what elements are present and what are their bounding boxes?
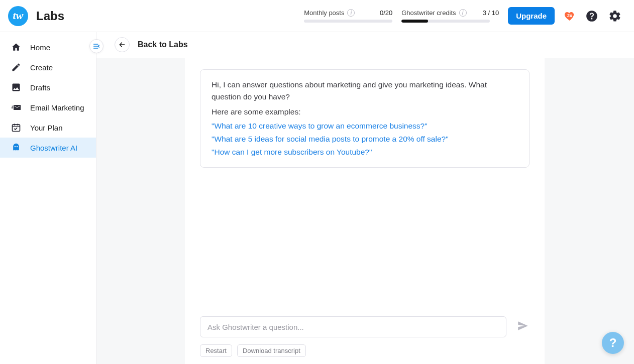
help-fab[interactable]: ?: [602, 332, 624, 354]
sidebar-item-drafts[interactable]: Drafts: [0, 77, 96, 97]
assistant-intro-text: Hi, I can answer questions about marketi…: [212, 79, 518, 103]
chat-panel: Hi, I can answer questions about marketi…: [185, 58, 545, 364]
logo-icon: [8, 6, 28, 26]
info-icon[interactable]: i: [347, 9, 355, 17]
ghostwriter-credits-bar: [401, 20, 490, 23]
sidebar-item-label: Your Plan: [30, 124, 63, 132]
composer: Restart Download transcript: [185, 307, 545, 364]
examples-label: Here are some examples:: [212, 106, 518, 118]
example-prompt-link[interactable]: "What are 5 ideas for social media posts…: [212, 133, 518, 145]
gear-icon[interactable]: [608, 9, 622, 23]
example-prompt-link[interactable]: "How can I get more subscribers on Youtu…: [212, 146, 518, 158]
ghost-icon: [11, 143, 21, 153]
monthly-posts-label: Monthly posts: [304, 9, 344, 17]
monthly-posts-meter: Monthly posts i 0/20: [304, 9, 392, 23]
example-prompt-link[interactable]: "What are 10 creative ways to grow an ec…: [212, 120, 518, 132]
download-transcript-button[interactable]: Download transcript: [237, 344, 306, 357]
image-icon: [11, 82, 21, 92]
restart-button[interactable]: Restart: [200, 344, 232, 357]
sidebar-item-label: Email Marketing: [30, 103, 84, 112]
app-header: Labs Monthly posts i 0/20 Ghostwriter cr…: [0, 0, 634, 32]
sidebar-item-email-marketing[interactable]: Email Marketing: [0, 97, 96, 117]
content: Back to Labs Hi, I can answer questions …: [96, 32, 634, 364]
boost-icon[interactable]: 2x: [564, 10, 576, 22]
sidebar-item-create[interactable]: Create: [0, 57, 96, 77]
mail-send-icon: [11, 102, 21, 112]
sidebar-item-label: Drafts: [30, 83, 50, 92]
composer-input[interactable]: [200, 316, 506, 337]
send-icon[interactable]: [516, 319, 530, 334]
monthly-posts-bar: [304, 20, 392, 23]
sidebar: Home Create Drafts Email Marketing Your …: [0, 32, 96, 364]
home-icon: [11, 42, 21, 52]
ghostwriter-credits-value: 3 / 10: [470, 9, 499, 17]
help-icon: ?: [609, 336, 617, 350]
back-label: Back to Labs: [138, 40, 188, 49]
svg-text:2x: 2x: [567, 13, 572, 18]
sidebar-item-label: Create: [30, 63, 53, 72]
pencil-icon: [11, 62, 21, 72]
sidebar-collapse-button[interactable]: [89, 39, 103, 53]
sidebar-item-home[interactable]: Home: [0, 37, 96, 57]
ghostwriter-credits-meter: Ghostwriter credits i 3 / 10: [401, 9, 499, 23]
upgrade-button[interactable]: Upgrade: [508, 7, 555, 25]
ghostwriter-credits-label: Ghostwriter credits: [401, 9, 456, 17]
help-icon[interactable]: [585, 9, 599, 23]
assistant-message: Hi, I can answer questions about marketi…: [200, 69, 530, 168]
subheader: Back to Labs: [96, 32, 634, 58]
info-icon[interactable]: i: [459, 9, 467, 17]
svg-rect-1: [13, 125, 20, 131]
calendar-icon: [11, 123, 21, 133]
sidebar-item-your-plan[interactable]: Your Plan: [0, 117, 96, 138]
sidebar-item-label: Home: [30, 43, 50, 52]
page-title: Labs: [36, 9, 64, 23]
sidebar-item-ghostwriter-ai[interactable]: Ghostwriter AI: [0, 138, 96, 158]
sidebar-item-label: Ghostwriter AI: [30, 144, 77, 152]
brand: Labs: [8, 6, 93, 26]
back-button[interactable]: [115, 37, 130, 52]
monthly-posts-value: 0/20: [367, 9, 392, 17]
